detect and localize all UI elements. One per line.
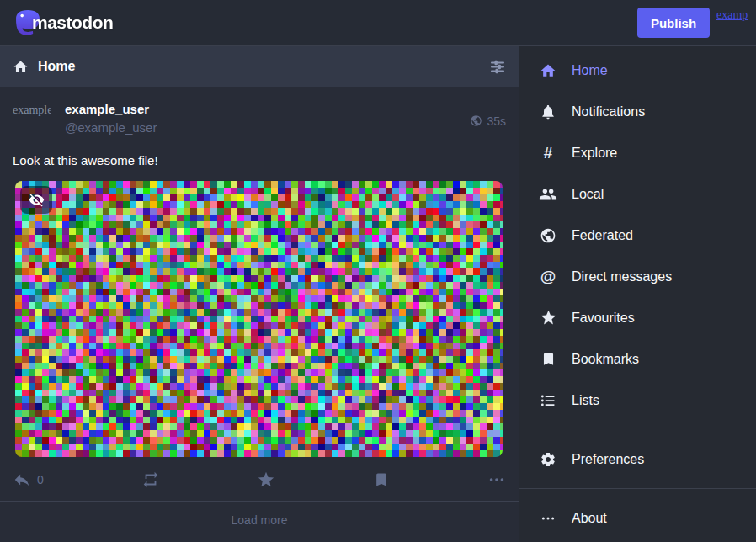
column-title: Home bbox=[38, 59, 75, 74]
at-icon: @ bbox=[539, 268, 557, 284]
sidebar-item-label: Explore bbox=[572, 146, 617, 161]
reply-button[interactable]: 0 bbox=[13, 470, 44, 489]
sidebar-item-notifications[interactable]: Notifications bbox=[519, 91, 756, 132]
navigation-panel: Home Notifications # Explore Local Feder… bbox=[519, 46, 756, 542]
boost-icon bbox=[141, 470, 160, 489]
post-content-text: Look at this awesome file! bbox=[13, 151, 506, 169]
ellipsis-icon bbox=[539, 511, 557, 526]
post-action-bar: 0 bbox=[13, 470, 506, 489]
sidebar-divider bbox=[519, 488, 756, 489]
noise-image bbox=[15, 181, 503, 457]
sidebar-item-favourites[interactable]: Favourites bbox=[519, 297, 756, 338]
sidebar-item-about[interactable]: About bbox=[519, 497, 756, 539]
favourite-button[interactable] bbox=[257, 470, 275, 489]
boost-button[interactable] bbox=[141, 470, 160, 489]
sidebar-item-label: Lists bbox=[572, 393, 599, 408]
sidebar-item-explore[interactable]: # Explore bbox=[519, 132, 756, 173]
star-icon bbox=[539, 309, 557, 327]
sidebar-divider bbox=[519, 428, 756, 428]
reply-count: 0 bbox=[37, 473, 44, 486]
app-layout: Home example_user example_user @example_… bbox=[0, 46, 756, 542]
home-icon bbox=[13, 59, 29, 75]
load-more-button[interactable]: Load more bbox=[0, 501, 519, 542]
sidebar-item-direct-messages[interactable]: @ Direct messages bbox=[519, 256, 756, 297]
people-icon bbox=[539, 185, 557, 204]
column-settings-sliders-icon[interactable] bbox=[489, 58, 506, 75]
top-app-bar: mastodon Publish examp bbox=[0, 0, 756, 46]
sidebar-item-label: Federated bbox=[572, 228, 633, 243]
list-icon bbox=[539, 392, 557, 409]
bookmark-button[interactable] bbox=[373, 471, 390, 488]
sidebar-item-bookmarks[interactable]: Bookmarks bbox=[519, 338, 756, 380]
publish-button[interactable]: Publish bbox=[637, 8, 710, 38]
post-media-image[interactable] bbox=[15, 181, 503, 457]
mastodon-logo[interactable]: mastodon bbox=[12, 7, 113, 39]
public-globe-icon bbox=[470, 114, 482, 127]
post-display-name[interactable]: example_user bbox=[65, 100, 157, 119]
bell-icon bbox=[539, 104, 557, 120]
reply-icon bbox=[13, 470, 31, 489]
sidebar-item-label: Favourites bbox=[572, 311, 635, 326]
gear-icon bbox=[539, 451, 557, 468]
ellipsis-icon bbox=[487, 470, 506, 489]
hide-media-button[interactable] bbox=[20, 186, 52, 214]
sidebar-item-label: Local bbox=[572, 187, 604, 202]
sidebar-item-federated[interactable]: Federated bbox=[519, 215, 756, 256]
brand-wordmark: mastodon bbox=[32, 13, 113, 33]
sidebar-item-label: Home bbox=[572, 63, 608, 78]
status-post: example_user example_user @example_user … bbox=[0, 87, 519, 501]
more-options-button[interactable] bbox=[487, 470, 506, 489]
post-handle: @example_user bbox=[65, 119, 157, 137]
sidebar-item-lists[interactable]: Lists bbox=[519, 380, 756, 421]
sidebar-item-label: Notifications bbox=[572, 104, 645, 120]
bookmark-icon bbox=[373, 471, 390, 488]
sidebar-item-label: Bookmarks bbox=[572, 352, 639, 367]
home-timeline-column: Home example_user example_user @example_… bbox=[0, 46, 519, 542]
post-timestamp[interactable]: 35s bbox=[487, 114, 506, 128]
sidebar-item-label: About bbox=[572, 511, 607, 526]
eye-slash-icon bbox=[29, 192, 45, 208]
avatar[interactable]: example_user bbox=[13, 100, 51, 139]
hashtag-icon: # bbox=[539, 145, 557, 161]
corner-account-link[interactable]: examp bbox=[716, 8, 754, 22]
sidebar-item-label: Preferences bbox=[572, 452, 644, 467]
bookmark-icon bbox=[539, 351, 557, 367]
home-icon bbox=[539, 62, 557, 79]
star-icon bbox=[257, 470, 275, 489]
sidebar-item-preferences[interactable]: Preferences bbox=[519, 438, 756, 480]
sidebar-item-label: Direct messages bbox=[572, 269, 672, 284]
sidebar-item-home[interactable]: Home bbox=[519, 50, 756, 91]
globe-icon bbox=[539, 227, 557, 244]
column-header-home[interactable]: Home bbox=[0, 46, 519, 87]
sidebar-item-local[interactable]: Local bbox=[519, 173, 756, 215]
